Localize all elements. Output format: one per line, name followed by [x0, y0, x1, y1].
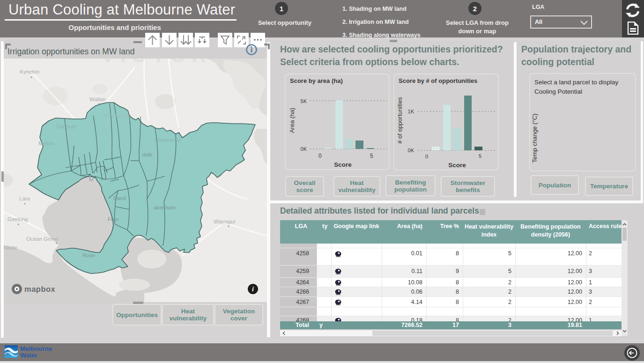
svg-text:i: i	[252, 286, 254, 293]
svg-text:Kyneton: Kyneton	[20, 69, 39, 74]
svg-text:# of opportunities: # of opportunities	[396, 97, 403, 144]
svg-text:0: 0	[425, 154, 428, 159]
svg-text:Melbourne: Melbourne	[20, 345, 52, 352]
svg-text:Score: Score	[448, 162, 466, 169]
svg-text:1K: 1K	[408, 109, 415, 114]
svg-text:Sunbury: Sunbury	[56, 124, 76, 129]
svg-text:Lara: Lara	[19, 196, 30, 201]
svg-text:0: 0	[318, 153, 322, 159]
svg-text:Rose: Rose	[82, 252, 95, 258]
svg-text:Temp change (°C): Temp change (°C)	[531, 114, 538, 163]
svg-text:Dand: Dand	[113, 195, 126, 201]
svg-text:dale: dale	[142, 152, 153, 157]
svg-text:rquay: rquay	[4, 244, 17, 250]
svg-text:akenham: akenham	[154, 205, 176, 210]
svg-text:Area (ha): Area (ha)	[289, 108, 296, 133]
svg-text:Fran: Fran	[108, 216, 119, 222]
svg-text:mapbox: mapbox	[24, 285, 56, 293]
svg-text:5: 5	[479, 153, 481, 159]
svg-text:Healesville: Healesville	[155, 137, 181, 143]
svg-text:Score: Score	[334, 161, 352, 168]
svg-text:M: M	[89, 177, 94, 182]
svg-text:Geelong: Geelong	[7, 216, 28, 222]
svg-text:Whittlesea: Whittlesea	[104, 113, 130, 119]
svg-text:0K: 0K	[408, 148, 415, 153]
svg-text:Wallan: Wallan	[89, 96, 106, 102]
svg-text:5: 5	[370, 153, 373, 159]
svg-text:Melton: Melton	[38, 141, 55, 146]
svg-text:Water: Water	[20, 352, 38, 359]
svg-text:0K: 0K	[301, 146, 307, 152]
svg-text:5K: 5K	[301, 98, 307, 104]
svg-text:Ocean Grove: Ocean Grove	[26, 236, 58, 242]
svg-text:Warragul: Warragul	[214, 219, 235, 224]
